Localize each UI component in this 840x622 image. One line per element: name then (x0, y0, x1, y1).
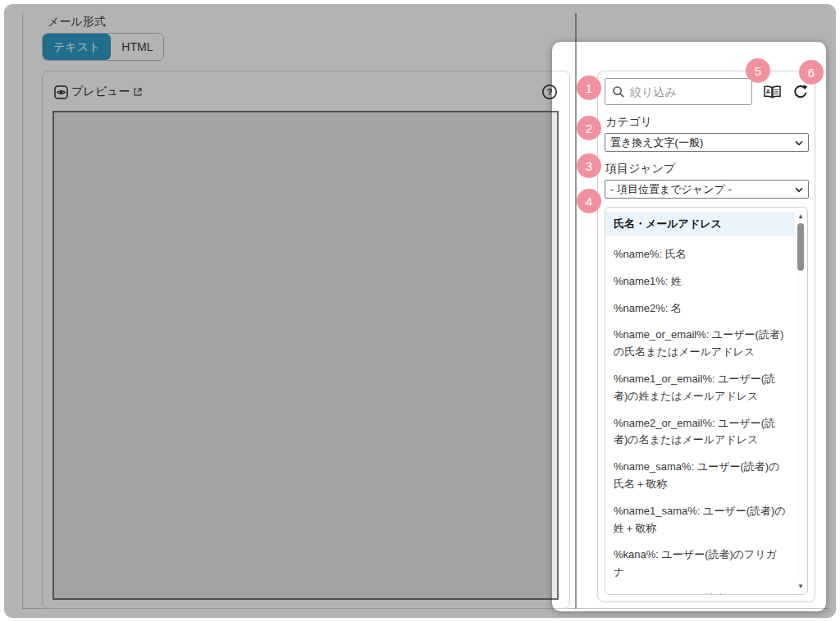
search-row: A (605, 78, 808, 105)
preview-panel: プレビュー ? (42, 71, 570, 609)
replacement-sidebar: A カテゴリ 置き換え文字(一般) (597, 71, 815, 602)
jump-label: 項目ジャンプ (605, 162, 808, 176)
mail-format-label: メール形式 (48, 15, 106, 30)
app-page: メール形式 テキスト HTML プレビュー (4, 4, 836, 618)
list-item[interactable]: %name_or_email%: ユーザー(読者)の氏名またはメールアドレス (605, 327, 795, 361)
dictionary-button[interactable]: A (763, 85, 782, 99)
preview-eye-icon (54, 85, 68, 99)
tab-text[interactable]: テキスト (43, 34, 111, 60)
screenshot-stage: メール形式 テキスト HTML プレビュー (0, 0, 840, 622)
list-item[interactable]: %name1_sama%: ユーザー(読者)の姓＋敬称 (605, 503, 795, 537)
preview-header: プレビュー ? (54, 80, 558, 104)
editor-sidebar-divider (575, 13, 577, 609)
scroll-thumb[interactable] (797, 223, 804, 271)
refresh-button[interactable] (793, 85, 808, 99)
filter-input[interactable] (630, 85, 745, 98)
tour-badge-5: 5 (746, 58, 770, 83)
jump-select[interactable]: - 項目位置までジャンプ - (605, 180, 809, 199)
tour-badge-6: 6 (799, 60, 824, 85)
list-item[interactable]: %name%: 氏名 (605, 246, 795, 263)
container-left-border (22, 13, 23, 609)
list-item[interactable]: %mail%: ユーザー(読者)のメールアドレス (605, 591, 795, 594)
list-item[interactable]: %name2%: 名 (605, 300, 795, 318)
list-group-header: 氏名・メールアドレス (605, 212, 795, 236)
tour-badge-1: 1 (577, 75, 601, 100)
preview-textarea[interactable] (52, 111, 559, 600)
placeholder-list-viewport: 氏名・メールアドレス %name%: 氏名%name1%: 姓%name2%: … (605, 208, 795, 594)
mail-format-toggle-group: テキスト HTML (42, 33, 164, 61)
category-select[interactable]: 置き換え文字(一般) (605, 133, 809, 152)
open-external-icon[interactable] (133, 87, 143, 97)
svg-text:A: A (766, 88, 770, 94)
tab-html[interactable]: HTML (111, 34, 163, 60)
list-item[interactable]: %name1%: 姓 (605, 273, 795, 290)
jump-select-value: - 項目位置までジャンプ - (610, 182, 732, 197)
tour-badge-4: 4 (577, 189, 601, 213)
placeholder-list: %name%: 氏名%name1%: 姓%name2%: 名%name_or_e… (605, 246, 795, 594)
list-item[interactable]: %kana%: ユーザー(読者)のフリガナ (605, 547, 795, 581)
svg-text:?: ? (547, 87, 553, 97)
placeholder-list-box: 氏名・メールアドレス %name%: 氏名%name1%: 姓%name2%: … (605, 207, 808, 595)
help-icon[interactable]: ? (541, 84, 558, 100)
search-box (605, 78, 752, 105)
list-item[interactable]: %name2_or_email%: ユーザー(読者)の名またはメールアドレス (605, 415, 795, 450)
tour-badge-2: 2 (577, 116, 601, 140)
preview-title: プレビュー (71, 85, 130, 99)
category-select-value: 置き換え文字(一般) (610, 135, 703, 150)
list-item[interactable]: %name1_or_email%: ユーザー(読者)の姓またはメールアドレス (605, 371, 795, 405)
refresh-icon (793, 85, 808, 99)
list-item[interactable]: %name_sama%: ユーザー(読者)の氏名＋敬称 (605, 459, 795, 493)
chevron-down-icon (795, 187, 803, 193)
scroll-down-arrow[interactable]: ▼ (795, 580, 806, 592)
category-label: カテゴリ (605, 115, 808, 130)
list-scrollbar[interactable]: ▲ ▼ (795, 208, 806, 593)
open-book-icon: A (763, 85, 782, 99)
tour-badge-3: 3 (577, 153, 601, 178)
scroll-up-arrow[interactable]: ▲ (795, 210, 806, 222)
search-icon (612, 85, 625, 98)
chevron-down-icon (795, 140, 803, 146)
